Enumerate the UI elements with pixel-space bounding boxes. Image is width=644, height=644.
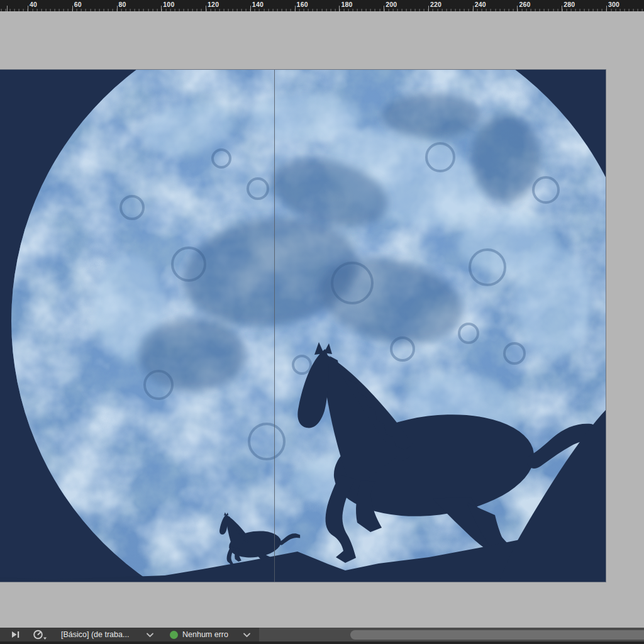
preflight-status-dot [170, 631, 178, 639]
ruler-unit-label: 200 [386, 1, 397, 8]
chevron-down-icon[interactable] [146, 633, 154, 638]
ruler-unit-label: 280 [564, 1, 575, 8]
ruler-unit-label: 240 [475, 1, 486, 8]
status-bar-left-section: [Básico] (de traba... Nenhum erro [0, 628, 259, 641]
ruler-unit-label: 160 [297, 1, 308, 8]
next-page-icon[interactable] [11, 631, 20, 638]
document-page [0, 70, 606, 582]
ruler-unit-label: 100 [163, 1, 174, 8]
ruler-unit-label: 180 [341, 1, 352, 8]
moon-horses-artwork [0, 70, 606, 582]
horizontal-scrollbar-thumb[interactable] [350, 630, 644, 640]
ruler-unit-label: 300 [608, 1, 619, 8]
preflight-profile-dropdown[interactable]: [Básico] (de traba... [61, 630, 129, 639]
ruler-unit-label: 80 [119, 1, 126, 8]
ruler-unit-label: 140 [252, 1, 264, 8]
ruler-unit-label: 220 [430, 1, 441, 8]
ruler-unit-label: 40 [30, 1, 37, 8]
chevron-down-icon[interactable] [243, 633, 251, 638]
ruler-unit-label: 60 [74, 1, 82, 8]
window-bottom-edge [0, 641, 644, 644]
preflight-clock-icon[interactable] [33, 630, 48, 640]
full-moon [11, 70, 606, 582]
ruler-unit-label: 120 [208, 1, 219, 8]
status-bar: [Básico] (de traba... Nenhum erro [0, 628, 644, 641]
top-ruler[interactable]: 406080100120140160180200220240260280300 [0, 0, 644, 11]
ruler-unit-label: 260 [519, 1, 530, 8]
preflight-status-dropdown[interactable]: Nenhum erro [182, 630, 228, 639]
